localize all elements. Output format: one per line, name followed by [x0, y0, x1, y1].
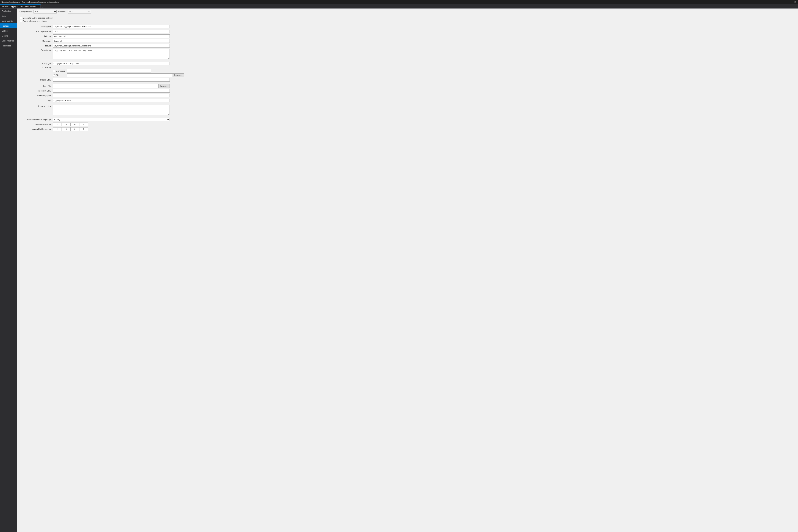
icon-file-browse-button[interactable]: Browse... — [158, 84, 170, 88]
assembly-file-version-label: Assembly file version: — [20, 128, 53, 130]
licensing-label-row: Licensing: — [20, 66, 796, 69]
authors-input[interactable] — [53, 34, 170, 38]
authors-row: Authors: — [20, 34, 796, 38]
tab-main[interactable]: aylumah.Logging.E...sions.Abstractions ✕ — [0, 4, 41, 8]
require-license-checkbox[interactable] — [20, 20, 22, 22]
assembly-version-build[interactable] — [70, 122, 79, 126]
configuration-label: Configuration: — [19, 11, 32, 13]
sidebar-item-signing[interactable]: Signing — [0, 33, 17, 38]
repository-url-input[interactable] — [53, 89, 170, 93]
product-row: Product: — [20, 44, 796, 48]
license-file-browse-button[interactable]: Browse... — [173, 73, 184, 77]
expression-input-area — [67, 69, 151, 73]
licensing-expression-row: Expression — [20, 69, 796, 73]
tab-label: aylumah.Logging.E...sions.Abstractions — [2, 5, 36, 7]
tags-label: Tags: — [20, 99, 53, 101]
window-controls: − □ — [790, 1, 797, 3]
product-input[interactable] — [53, 44, 170, 48]
tags-input[interactable] — [53, 99, 170, 102]
configuration-select[interactable]: N/A — [34, 10, 57, 14]
repository-url-label: Repository URL: — [20, 90, 53, 92]
authors-label: Authors: — [20, 35, 53, 37]
description-label: Description: — [20, 49, 53, 51]
file-radio-label: File — [53, 74, 67, 76]
icon-file-label: Icon File: — [20, 85, 53, 87]
product-label: Product: — [20, 45, 53, 47]
assembly-version-revision[interactable] — [79, 122, 88, 126]
icon-file-area: Browse... — [53, 84, 170, 88]
tab-add-button[interactable]: ▸ — [41, 5, 44, 8]
tags-row: Tags: — [20, 98, 796, 102]
assembly-version-row: Assembly version: — [20, 122, 796, 126]
sidebar-item-debug[interactable]: Debug — [0, 28, 17, 33]
icon-file-row: Icon File: Browse... — [20, 84, 796, 88]
assembly-version-minor[interactable] — [61, 122, 70, 126]
sidebar-item-build-events[interactable]: Build Events — [0, 18, 17, 23]
project-url-input[interactable] — [53, 78, 170, 81]
form-content: Generate NuGet package on build Require … — [17, 15, 798, 532]
company-label: Company: — [20, 40, 53, 42]
assembly-version-major[interactable] — [53, 122, 61, 126]
copyright-input[interactable] — [53, 62, 170, 65]
content-area: Configuration: N/A Platform: N/A Generat… — [17, 8, 798, 532]
assembly-neutral-language-select[interactable]: (none) en en-US de fr es ja zh-Hans — [53, 118, 170, 121]
expression-input[interactable] — [67, 69, 151, 73]
company-row: Company: — [20, 39, 796, 43]
repository-type-row: Repository type: — [20, 94, 796, 97]
repository-type-input[interactable] — [53, 94, 170, 97]
minimize-button[interactable]: − — [790, 1, 793, 3]
licensing-section: Licensing: Expression File — [20, 66, 796, 77]
maximize-button[interactable]: □ — [794, 1, 797, 3]
icon-file-input[interactable] — [53, 84, 158, 88]
expression-radio[interactable] — [53, 70, 55, 72]
assembly-neutral-language-label: Assembly neutral language: — [20, 118, 53, 120]
assembly-file-version-revision[interactable] — [79, 127, 88, 131]
window-title: NugetMetadataDemo - Kaylumah.Logging.Ext… — [1, 1, 59, 3]
package-version-row: Package version: — [20, 30, 796, 33]
package-id-label: Package id: — [20, 25, 53, 28]
tab-bar: aylumah.Logging.E...sions.Abstractions ✕… — [0, 4, 798, 8]
file-radio[interactable] — [53, 74, 55, 76]
package-id-row: Package id: — [20, 25, 796, 28]
description-input[interactable]: Logging abstractions for Kaylumah. — [53, 49, 170, 59]
generate-nuget-label: Generate NuGet package on build — [23, 17, 53, 19]
expression-radio-label: Expression — [53, 70, 67, 72]
platform-select[interactable]: N/A — [68, 10, 91, 14]
generate-nuget-checkbox[interactable] — [20, 17, 22, 19]
require-license-row: Require license acceptance — [20, 20, 796, 22]
licensing-file-row: File Browse... — [20, 73, 796, 77]
assembly-file-version-row: Assembly file version: — [20, 127, 796, 131]
copyright-row: Copyright: — [20, 61, 796, 65]
assembly-file-version-fields — [53, 127, 88, 131]
assembly-file-version-build[interactable] — [70, 127, 79, 131]
tab-close-button[interactable]: ✕ — [37, 5, 39, 7]
assembly-version-label: Assembly version: — [20, 123, 53, 126]
platform-label: Platform: — [58, 11, 66, 13]
package-id-input[interactable] — [53, 25, 170, 28]
description-row: Description: Logging abstractions for Ka… — [20, 49, 796, 59]
main-layout: Application Build Build Events Package D… — [0, 8, 798, 532]
assembly-file-version-major[interactable] — [53, 127, 61, 131]
assembly-file-version-minor[interactable] — [61, 127, 70, 131]
expression-label: Expression — [56, 70, 65, 72]
generate-nuget-row: Generate NuGet package on build — [20, 17, 796, 19]
require-license-label: Require license acceptance — [23, 20, 47, 22]
sidebar-item-code-analysis[interactable]: Code Analysis — [0, 38, 17, 43]
sidebar-item-application[interactable]: Application — [0, 8, 17, 14]
sidebar-item-build[interactable]: Build — [0, 14, 17, 18]
company-input[interactable] — [53, 39, 170, 43]
config-bar: Configuration: N/A Platform: N/A — [17, 8, 798, 15]
sidebar-item-resources[interactable]: Resources — [0, 43, 17, 48]
release-notes-row: Release notes: — [20, 104, 796, 115]
assembly-version-fields — [53, 122, 88, 126]
assembly-neutral-language-row: Assembly neutral language: (none) en en-… — [20, 118, 796, 121]
repository-url-row: Repository URL: — [20, 89, 796, 93]
repository-type-label: Repository type: — [20, 95, 53, 97]
release-notes-input[interactable] — [53, 104, 170, 115]
license-file-input[interactable] — [67, 73, 173, 77]
sidebar-item-package[interactable]: Package — [0, 23, 17, 28]
file-label: File — [56, 74, 59, 76]
project-url-label: Project URL: — [20, 79, 53, 81]
package-version-input[interactable] — [53, 30, 170, 33]
title-bar: NugetMetadataDemo - Kaylumah.Logging.Ext… — [0, 0, 798, 4]
